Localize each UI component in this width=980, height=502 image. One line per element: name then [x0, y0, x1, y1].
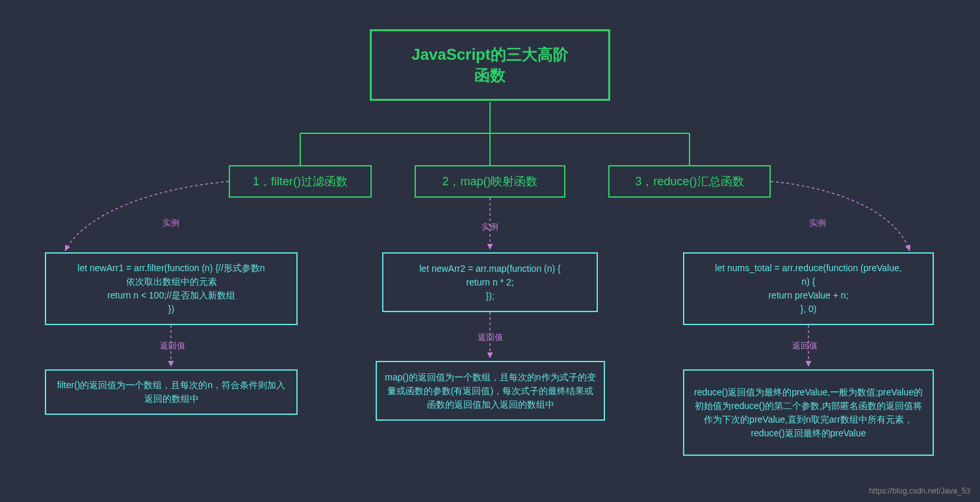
watermark: https://blog.csdn.net/Java_53 [869, 486, 970, 495]
return-filter: filter()的返回值为一个数组，且每次的n，符合条件则加入返回的数组中 [45, 369, 298, 415]
return-reduce-text: reduce()返回值为最终的preValue,一般为数值;preValue的初… [692, 386, 925, 440]
category-map-label: 2，map()映射函数 [442, 174, 537, 189]
category-filter: 1，filter()过滤函数 [229, 165, 372, 198]
example-filter-l1: let newArr1 = arr.filter(function (n) {/… [77, 261, 264, 275]
example-reduce: let nums_total = arr.reduce(function (pr… [683, 252, 934, 325]
return-map: map()的返回值为一个数组，且每次的n作为式子的变量或函数的参数(有返回值)，… [376, 361, 605, 421]
example-filter-l3: return n < 100;//是否加入新数组 [107, 289, 235, 302]
label-example-filter: 实例 [162, 217, 179, 229]
label-example-map: 实例 [482, 221, 498, 233]
example-map-l3: }); [485, 289, 494, 303]
example-reduce-l1: let nums_total = arr.reduce(function (pr… [715, 261, 901, 275]
category-filter-label: 1，filter()过滤函数 [253, 174, 348, 189]
category-map: 2，map()映射函数 [415, 165, 565, 198]
label-return-reduce: 返回值 [792, 340, 818, 352]
example-map-l2: return n * 2; [466, 276, 513, 289]
category-reduce: 3，reduce()汇总函数 [608, 165, 771, 198]
label-return-filter: 返回值 [160, 340, 185, 352]
return-filter-text: filter()的返回值为一个数组，且每次的n，符合条件则加入返回的数组中 [54, 378, 289, 406]
root-node: JavaScript的三大高阶 函数 [370, 29, 610, 101]
example-filter-l4: }) [168, 302, 174, 316]
example-reduce-l2: n) { [801, 275, 815, 289]
example-reduce-l3: return preValue + n; [768, 289, 848, 302]
category-reduce-label: 3，reduce()汇总函数 [635, 174, 743, 189]
example-reduce-l4: }, 0) [801, 302, 817, 316]
example-map: let newArr2 = arr.map(function (n) { ret… [382, 252, 598, 312]
label-example-reduce: 实例 [809, 217, 826, 229]
label-return-map: 返回值 [478, 332, 503, 343]
example-filter-l2: 依次取出数组中的元素 [126, 275, 217, 289]
example-filter: let newArr1 = arr.filter(function (n) {/… [45, 252, 298, 325]
root-title-line2: 函数 [474, 65, 506, 86]
return-reduce: reduce()返回值为最终的preValue,一般为数值;preValue的初… [683, 369, 934, 456]
return-map-text: map()的返回值为一个数组，且每次的n作为式子的变量或函数的参数(有返回值)，… [385, 371, 596, 412]
example-map-l1: let newArr2 = arr.map(function (n) { [419, 262, 561, 276]
root-title-line1: JavaScript的三大高阶 [411, 44, 568, 65]
